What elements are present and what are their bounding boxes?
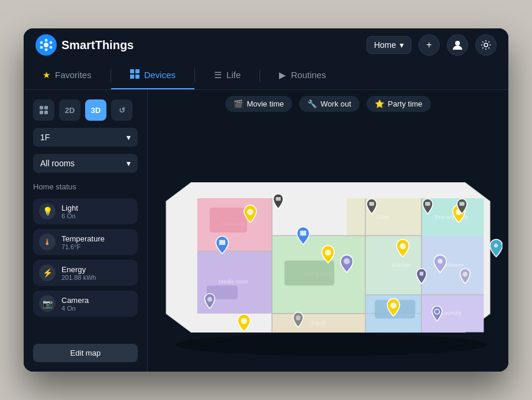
svg-point-61 [437,259,442,263]
tab-devices[interactable]: Devices [111,62,194,89]
svg-rect-68 [420,272,423,275]
camera-label: Camera [61,296,89,305]
svg-rect-9 [130,69,134,73]
room-chevron: ▾ [126,159,131,168]
devices-icon [130,69,140,80]
svg-rect-50 [284,260,334,285]
svg-rect-63 [425,202,430,205]
header: SmartThings Home ▾ + [24,28,508,62]
svg-point-1 [45,39,48,42]
3d-label: 3D [91,106,101,115]
2d-view-btn[interactable]: 2D [59,99,80,121]
floor-value: 1F [40,133,50,142]
svg-rect-71 [276,196,281,200]
svg-rect-10 [135,69,140,73]
header-right: Home ▾ + [366,34,497,56]
svg-rect-14 [44,106,48,109]
movie-time-btn[interactable]: 🎬 Movie time [225,96,292,112]
work-out-btn[interactable]: 🔧 Work out [299,96,359,112]
3d-view-btn[interactable]: 3D [85,99,106,121]
favorites-label: Favorites [55,70,92,80]
home-selector-label: Home [374,40,396,50]
temp-text: Temperature 71.6°F [61,234,105,250]
svg-text:Laundry: Laundry [441,309,461,316]
floor-map: Media room Bedroom Living room Porch Din… [154,133,502,357]
room-value: All rooms [40,159,74,168]
svg-rect-49 [210,207,247,232]
main-content: 2D 3D ↺ 1F ▾ All rooms ▾ [24,90,508,372]
tab-favorites[interactable]: ★ Favorites [24,62,111,89]
energy-label: Energy [61,265,96,274]
svg-point-5 [40,46,43,49]
status-item-light[interactable]: 💡 Light 6 On [33,198,138,224]
svg-point-2 [50,41,53,44]
room-selector[interactable]: All rooms ▾ [33,154,138,173]
tv-frame: SmartThings Home ▾ + [24,28,508,372]
history-icon: ↺ [119,106,125,115]
svg-rect-62 [369,202,374,205]
light-text: Light 6 On [61,204,78,220]
grid-view-btn[interactable] [33,99,54,121]
edit-map-button[interactable]: Edit map [33,344,138,362]
tab-routines[interactable]: ▶ Routines [260,62,345,89]
svg-text:Porch: Porch [312,319,326,325]
svg-rect-15 [40,111,43,114]
light-icon: 💡 [39,203,56,220]
settings-button[interactable] [475,34,497,56]
svg-point-54 [400,243,406,249]
status-item-camera[interactable]: 📷 Camera 4 On [33,291,138,317]
logo-icon [35,34,57,56]
svg-point-8 [484,43,488,47]
movie-label: Movie time [246,99,284,108]
quick-modes: 🎬 Movie time 🔧 Work out ⭐ Party time [148,90,508,118]
app-name: SmartThings [61,38,134,52]
svg-point-69 [296,315,300,320]
add-button[interactable]: + [419,34,440,56]
svg-point-6 [40,41,43,44]
svg-point-7 [455,41,460,46]
svg-point-56 [390,302,397,308]
light-label: Light [61,204,78,212]
2d-label: 2D [65,106,75,115]
svg-point-0 [44,43,48,47]
light-value: 6 On [61,212,78,220]
temp-value: 71.6°F [61,243,105,250]
svg-point-3 [50,46,53,49]
tv-screen: SmartThings Home ▾ + [24,28,508,372]
svg-point-66 [463,272,468,276]
svg-point-53 [325,249,332,256]
svg-rect-64 [459,202,464,205]
status-item-energy[interactable]: ⚡ Energy 201.88 kWh [33,260,138,286]
home-status-title: Home status [33,182,138,191]
svg-point-67 [207,296,212,301]
party-time-btn[interactable]: ⭐ Party time [366,96,431,112]
life-label: Life [226,70,241,80]
energy-text: Energy 201.88 kWh [61,265,96,281]
svg-text:⊕: ⊕ [494,242,498,249]
workout-label: Work out [320,99,351,108]
view-controls: 2D 3D ↺ [33,99,138,121]
movie-icon: 🎬 [233,99,243,108]
floor-chevron: ▾ [126,133,131,142]
camera-icon: 📷 [39,295,56,312]
home-selector-chevron: ▾ [400,40,404,50]
map-area: 🎬 Movie time 🔧 Work out ⭐ Party time [148,90,508,372]
workout-icon: 🔧 [307,99,317,108]
life-icon: ☰ [214,70,222,80]
svg-rect-58 [219,240,226,244]
svg-point-4 [45,49,48,51]
party-icon: ⭐ [375,99,384,108]
sidebar: 2D 3D ↺ 1F ▾ All rooms ▾ [24,90,148,372]
history-view-btn[interactable]: ↺ [111,99,132,121]
camera-value: 4 On [61,305,89,312]
floor-map-container: Media room Bedroom Living room Porch Din… [148,118,508,372]
party-label: Party time [388,99,423,108]
profile-button[interactable] [447,34,468,56]
svg-point-17 [176,333,487,356]
tab-life[interactable]: ☰ Life [195,62,259,89]
home-selector[interactable]: Home ▾ [366,36,411,54]
floor-selector[interactable]: 1F ▾ [33,128,138,147]
svg-point-60 [343,258,350,264]
status-item-temperature[interactable]: 🌡 Temperature 71.6°F [33,229,138,255]
logo-area: SmartThings [35,34,366,56]
